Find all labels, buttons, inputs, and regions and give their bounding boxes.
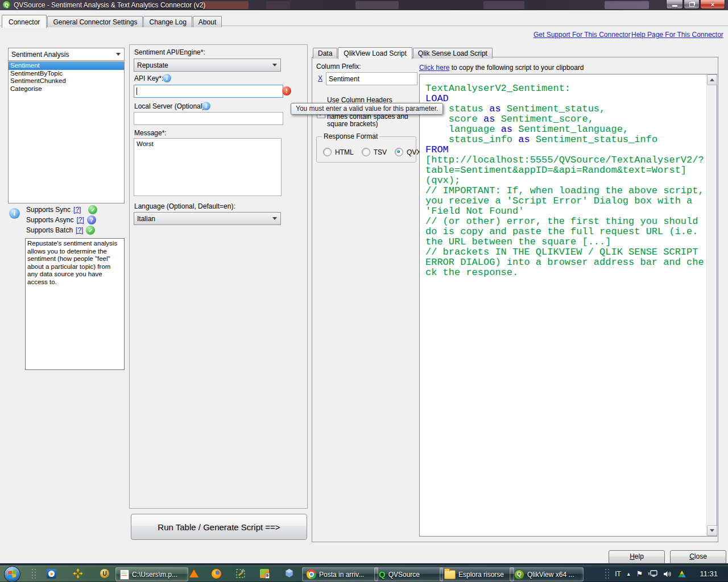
supports-async-help-link[interactable]: [?] bbox=[76, 216, 84, 224]
scroll-up-button[interactable] bbox=[707, 74, 717, 85]
firefox-icon[interactable] bbox=[212, 569, 221, 579]
copy-script-link[interactable]: Click here bbox=[419, 64, 449, 72]
chevron-down-icon bbox=[272, 64, 277, 66]
tab-about[interactable]: About bbox=[193, 16, 222, 27]
help-button[interactable]: Help bbox=[609, 550, 665, 564]
system-tray: IT ▲ ⚑ 11:31 bbox=[605, 566, 728, 582]
table-category-value: Sentiment Analysis bbox=[9, 51, 69, 59]
media-player-icon[interactable] bbox=[47, 569, 56, 579]
validation-error-icon: ! bbox=[282, 86, 291, 95]
app-icon: Q bbox=[3, 1, 10, 9]
folder-icon bbox=[444, 570, 456, 579]
chrome-icon bbox=[307, 569, 316, 579]
copy-script-suffix: to copy the following script to your cli… bbox=[449, 64, 584, 72]
notepad-icon bbox=[120, 569, 129, 580]
response-format-label: Response Format bbox=[322, 132, 379, 140]
info-icon: i bbox=[9, 208, 20, 219]
supports-batch-help-link[interactable]: [?] bbox=[76, 226, 83, 234]
taskbar-button-explorer[interactable]: Esplora risorse bbox=[440, 567, 514, 581]
validation-tooltip: You must enter a valid value for this pa… bbox=[291, 103, 443, 115]
keyboard-language-indicator[interactable]: IT bbox=[615, 570, 621, 578]
column-prefix-input[interactable]: Sentiment bbox=[326, 72, 417, 85]
radio-tsv[interactable] bbox=[362, 148, 370, 156]
taskbar-grip[interactable] bbox=[31, 568, 36, 580]
supports-sync-help-link[interactable]: [?] bbox=[73, 206, 81, 214]
radio-qvx[interactable] bbox=[395, 148, 403, 156]
desktop: Q QVSource - Sentiment Analysis & Text A… bbox=[0, 0, 728, 582]
connector-description: Repustate's sentiment analysis allows yo… bbox=[25, 238, 125, 370]
qlikview-icon: Q bbox=[514, 569, 524, 580]
google-drive-icon[interactable] bbox=[677, 570, 686, 578]
restore-button[interactable] bbox=[684, 0, 700, 9]
api-key-label: API Key*: bbox=[134, 74, 163, 82]
window-title: QVSource - Sentiment Analysis & Text Ana… bbox=[14, 1, 205, 9]
script-scrollbar[interactable] bbox=[706, 74, 717, 536]
close-button[interactable]: Close bbox=[670, 550, 726, 564]
background-window-ghost bbox=[202, 1, 249, 9]
local-server-info-icon[interactable]: i bbox=[202, 102, 210, 110]
action-center-flag-icon[interactable]: ⚑ bbox=[636, 569, 643, 578]
snagit-tool-icon[interactable] bbox=[235, 568, 246, 579]
close-icon: × bbox=[711, 1, 714, 8]
api-key-input[interactable] bbox=[134, 85, 283, 98]
radio-html[interactable] bbox=[323, 148, 332, 156]
list-item-categorise[interactable]: Categorise bbox=[9, 85, 124, 93]
network-icon[interactable] bbox=[648, 569, 658, 578]
qvsource-icon: Q bbox=[379, 569, 386, 579]
language-dropdown[interactable]: Italian bbox=[134, 212, 281, 225]
use-column-headers-label-line3: square brackets) bbox=[327, 120, 378, 128]
help-page-link[interactable]: Help Page For This Connector bbox=[631, 31, 723, 39]
tab-connector[interactable]: Connector bbox=[2, 15, 47, 28]
taskbar-button-users-folder[interactable]: C:\Users\m.p... bbox=[115, 567, 188, 581]
list-item-sentiment[interactable]: Sentiment bbox=[9, 62, 124, 70]
start-button[interactable] bbox=[4, 566, 20, 582]
ultraedit-icon[interactable]: U bbox=[100, 569, 109, 578]
titlebar[interactable]: Q QVSource - Sentiment Analysis & Text A… bbox=[0, 0, 728, 10]
chevron-down-icon bbox=[116, 53, 121, 56]
project9-icon[interactable]: 9 bbox=[260, 569, 269, 578]
clock[interactable]: 11:31 bbox=[700, 569, 718, 578]
taskbar-button-qvsource[interactable]: Q QVSource bbox=[374, 567, 443, 581]
table-category-dropdown[interactable]: Sentiment Analysis bbox=[8, 48, 125, 61]
local-server-label: Local Server (Optional): bbox=[134, 102, 206, 110]
supports-sync-row: Supports Sync [?] ✓ bbox=[26, 205, 97, 214]
column-prefix-label: Column Prefix: bbox=[316, 63, 361, 70]
column-prefix-value: Sentiment bbox=[329, 75, 359, 83]
api-key-info-icon[interactable]: i bbox=[163, 74, 171, 82]
tray-grip bbox=[605, 568, 610, 580]
run-table-button[interactable]: Run Table / Generate Script ==> bbox=[131, 514, 307, 540]
radio-html-label: HTML bbox=[335, 148, 354, 156]
tab-change-log[interactable]: Change Log bbox=[143, 16, 192, 27]
tab-qlikview-load-script[interactable]: QlikView Load Script bbox=[338, 47, 412, 59]
clear-prefix-link[interactable]: X bbox=[318, 74, 322, 82]
vlc-icon[interactable] bbox=[189, 569, 198, 577]
local-server-input[interactable] bbox=[134, 112, 283, 125]
taskbar-button-qlikview[interactable]: Q QlikView x64 ... bbox=[510, 567, 584, 581]
api-engine-dropdown[interactable]: Repustate bbox=[134, 59, 281, 72]
message-value: Worst bbox=[136, 140, 154, 147]
taskbar-button-mail[interactable]: Posta in arriv... bbox=[302, 567, 378, 581]
list-item-sentimentbytopic[interactable]: SentimentByTopic bbox=[9, 70, 124, 78]
get-support-link[interactable]: Get Support For This Connector bbox=[533, 31, 631, 39]
close-window-button[interactable]: × bbox=[700, 0, 725, 9]
virtualbox-icon[interactable] bbox=[284, 568, 294, 578]
radio-tsv-label: TSV bbox=[374, 148, 387, 156]
scroll-down-icon bbox=[710, 529, 714, 532]
message-input[interactable]: Worst bbox=[134, 138, 282, 196]
supports-async-row: Supports Async [?] ? bbox=[26, 215, 96, 225]
list-item-sentimentchunked[interactable]: SentimentChunked bbox=[9, 77, 124, 85]
scroll-down-button[interactable] bbox=[707, 525, 717, 536]
supports-async-label: Supports Async bbox=[26, 216, 73, 224]
scroll-up-icon bbox=[710, 78, 714, 81]
minimize-button[interactable] bbox=[666, 0, 683, 9]
tab-general-connector-settings[interactable]: General Connector Settings bbox=[47, 16, 143, 27]
tab-qlik-sense-load-script[interactable]: Qlik Sense Load Script bbox=[413, 48, 493, 59]
volume-icon[interactable] bbox=[663, 570, 672, 578]
response-format-options: HTML TSV QVX bbox=[323, 148, 421, 156]
text-caret bbox=[136, 88, 137, 95]
show-hidden-icons-button[interactable]: ▲ bbox=[626, 571, 631, 577]
restore-icon bbox=[689, 2, 694, 7]
tab-data[interactable]: Data bbox=[313, 48, 337, 59]
script-output-box[interactable]: TextAnalyserV2_Sentiment:LOAD status as … bbox=[419, 74, 717, 537]
remote-arrows-icon[interactable] bbox=[73, 568, 83, 579]
